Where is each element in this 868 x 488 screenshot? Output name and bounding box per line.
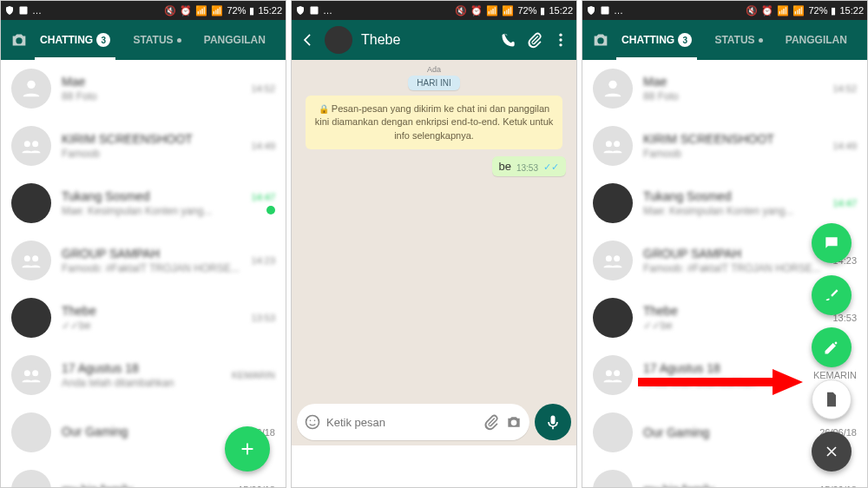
battery-text: 72% xyxy=(517,5,536,16)
list-item[interactable]: Tukang SosmedMae: Kesimpulan Konten yang… xyxy=(1,175,286,232)
svg-point-9 xyxy=(559,34,562,36)
mic-icon xyxy=(544,413,562,431)
close-icon xyxy=(823,443,840,460)
avatar xyxy=(11,241,51,280)
avatar[interactable] xyxy=(325,26,352,54)
tab-calls[interactable]: PANGGILAN xyxy=(786,20,847,60)
app-topbar: CHATTING 3 STATUS PANGGILAN xyxy=(1,20,286,60)
app-topbar: CHATTING3 STATUS PANGGILAN xyxy=(582,20,867,60)
mic-button[interactable] xyxy=(535,404,571,440)
call-icon[interactable] xyxy=(500,31,517,49)
image-icon xyxy=(600,5,610,16)
plus-icon xyxy=(238,439,257,458)
tab-status[interactable]: STATUS xyxy=(133,20,181,60)
emoji-icon[interactable] xyxy=(304,413,321,431)
avatar xyxy=(593,183,633,223)
svg-point-12 xyxy=(306,416,319,429)
attach-icon[interactable] xyxy=(483,413,500,431)
wifi-icon: 📶 xyxy=(486,5,498,16)
list-item[interactable]: Thebe✓✓be13:53 xyxy=(1,289,286,346)
fab-brush[interactable] xyxy=(812,275,852,315)
list-item[interactable]: GROUP SAMPAHFamoob: #FaktaIT TROJAN HORS… xyxy=(1,232,286,289)
mute-icon: 🔇 xyxy=(746,5,758,16)
status-bar: … 🔇 ⏰ 📶 📶 72% ▮ 15:22 xyxy=(582,1,867,20)
more-icon: … xyxy=(614,5,623,16)
svg-point-14 xyxy=(314,420,316,422)
svg-point-17 xyxy=(606,141,612,147)
tab-calls[interactable]: PANGGILAN xyxy=(204,20,266,60)
svg-point-18 xyxy=(614,141,620,147)
image-icon xyxy=(309,5,319,16)
camera-icon[interactable] xyxy=(10,30,29,49)
chat-time: 15/06/18 xyxy=(238,485,275,487)
fab-chat[interactable] xyxy=(812,223,852,263)
clock-text: 15:22 xyxy=(549,5,573,16)
message-time: 13:53 xyxy=(516,163,538,173)
phone-chatlist-fabstack: … 🔇 ⏰ 📶 📶 72% ▮ 15:22 CHATTING3 STATUS P… xyxy=(582,0,868,488)
unread-badge: 3 xyxy=(678,33,692,47)
list-item[interactable]: Mae88 Foto14:52 xyxy=(1,60,286,117)
svg-point-7 xyxy=(32,370,38,376)
signal-icon: 📶 xyxy=(502,5,514,16)
avatar xyxy=(11,69,51,109)
lock-icon: 🔒 xyxy=(319,104,329,114)
camera-icon[interactable] xyxy=(591,30,610,49)
avatar xyxy=(11,126,51,166)
svg-point-4 xyxy=(24,255,30,261)
read-ticks-icon: ✓✓ xyxy=(543,162,559,173)
shield-icon xyxy=(295,5,306,16)
alarm-icon: ⏰ xyxy=(470,5,483,16)
new-chat-fab[interactable] xyxy=(225,426,270,472)
battery-text: 72% xyxy=(227,5,246,16)
battery-icon: ▮ xyxy=(540,5,545,16)
avatar xyxy=(593,412,633,452)
status-bar: … 🔇 ⏰ 📶 📶 72% ▮ 15:22 xyxy=(1,1,286,20)
avatar xyxy=(593,355,633,395)
list-item[interactable]: KIRIM SCREENSHOOTFamoob14:49 xyxy=(1,117,286,175)
avatar xyxy=(593,126,633,166)
svg-rect-8 xyxy=(311,7,319,15)
camera-icon[interactable] xyxy=(505,413,523,431)
tab-chatting[interactable]: CHATTING 3 xyxy=(40,20,110,60)
svg-point-10 xyxy=(559,38,562,41)
menu-icon[interactable] xyxy=(552,31,569,49)
more-icon: … xyxy=(32,5,42,16)
pencil-icon xyxy=(823,339,840,356)
fab-document[interactable] xyxy=(812,379,852,419)
message-input-bar xyxy=(297,404,571,440)
attach-icon[interactable] xyxy=(526,31,543,49)
list-item[interactable]: KIRIM SCREENSHOOTFamoob14:49 xyxy=(582,117,867,175)
list-item[interactable]: 17 Agustus 18Anda telah ditambahkanKEMAR… xyxy=(1,346,286,404)
battery-text: 72% xyxy=(808,5,827,16)
svg-point-2 xyxy=(24,141,30,147)
alarm-icon: ⏰ xyxy=(761,5,773,16)
input-box[interactable] xyxy=(297,404,529,440)
conversation-title[interactable]: Thebe xyxy=(361,32,491,48)
tab-status[interactable]: STATUS xyxy=(714,20,762,60)
ada-label: Ada xyxy=(297,65,571,74)
svg-point-22 xyxy=(614,370,620,376)
shield-icon xyxy=(4,5,15,16)
svg-point-6 xyxy=(24,370,30,376)
list-item[interactable]: Mae88 Foto14:52 xyxy=(582,60,867,117)
brush-icon xyxy=(823,287,840,304)
conversation-body: Ada HARI INI 🔒 Pesan-pesan yang dikirim … xyxy=(292,60,576,445)
encryption-notice[interactable]: 🔒 Pesan-pesan yang dikirim ke chat ini d… xyxy=(306,96,562,149)
document-icon xyxy=(823,391,840,408)
svg-rect-15 xyxy=(602,7,609,15)
svg-rect-0 xyxy=(20,7,28,15)
svg-point-3 xyxy=(32,141,38,147)
status-dot-icon xyxy=(759,38,763,43)
alarm-icon: ⏰ xyxy=(180,5,192,16)
chat-list[interactable]: Mae88 Foto14:52 KIRIM SCREENSHOOTFamoob1… xyxy=(1,60,286,487)
avatar xyxy=(593,470,633,487)
message-input[interactable] xyxy=(326,416,477,429)
tab-chatting[interactable]: CHATTING3 xyxy=(621,20,692,60)
back-icon[interactable] xyxy=(299,31,316,49)
signal-icon: 📶 xyxy=(211,5,223,16)
fab-close[interactable] xyxy=(812,432,852,472)
fab-pencil[interactable] xyxy=(812,327,852,367)
avatar xyxy=(11,183,51,223)
battery-icon: ▮ xyxy=(831,5,836,16)
message-outgoing[interactable]: be 13:53 ✓✓ xyxy=(492,156,567,176)
